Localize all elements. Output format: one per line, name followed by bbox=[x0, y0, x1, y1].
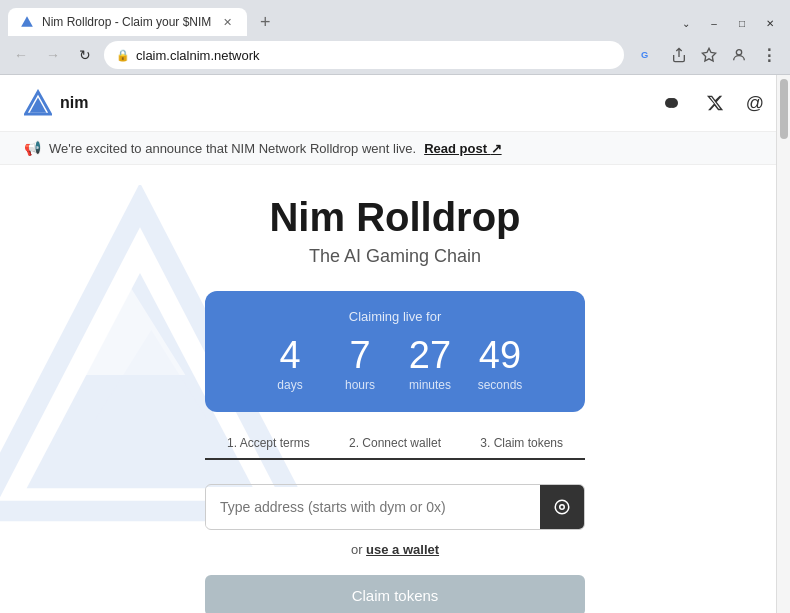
address-submit-button[interactable] bbox=[540, 485, 584, 529]
back-button[interactable]: ← bbox=[8, 42, 34, 68]
wallet-link-row: or use a wallet bbox=[20, 542, 770, 557]
countdown-box: Claiming live for 4 days 7 hours 27 minu bbox=[205, 291, 585, 412]
tab-favicon bbox=[20, 15, 34, 29]
svg-text:G: G bbox=[641, 50, 648, 60]
address-input[interactable] bbox=[206, 487, 540, 527]
active-tab[interactable]: Nim Rolldrop - Claim your $NIM ✕ bbox=[8, 8, 247, 36]
url-text: claim.clalnim.network bbox=[136, 48, 260, 63]
site-header-icons: @ bbox=[664, 92, 766, 114]
external-link-icon: ↗ bbox=[491, 141, 502, 156]
site-header: nim @ bbox=[0, 75, 790, 132]
use-wallet-link[interactable]: use a wallet bbox=[366, 542, 439, 557]
minutes-value: 27 bbox=[409, 336, 451, 374]
video-icon[interactable] bbox=[664, 92, 686, 114]
tab-title: Nim Rolldrop - Claim your $NIM bbox=[42, 15, 211, 29]
step-3[interactable]: 3. Claim tokens bbox=[458, 436, 585, 460]
tab-bar: Nim Rolldrop - Claim your $NIM ✕ + ⌄ – □… bbox=[0, 0, 790, 36]
step-1[interactable]: 1. Accept terms bbox=[205, 436, 332, 460]
svg-marker-0 bbox=[21, 16, 33, 27]
svg-point-3 bbox=[736, 50, 741, 55]
minimize-button[interactable]: ⌄ bbox=[674, 14, 698, 32]
steps-bar: 1. Accept terms 2. Connect wallet 3. Cla… bbox=[205, 436, 585, 460]
browser-content-wrapper: nim @ 📢 We're excited to announce that N… bbox=[0, 75, 790, 613]
page-title: Nim Rolldrop bbox=[20, 195, 770, 240]
days-value: 4 bbox=[279, 336, 300, 374]
share-icon[interactable] bbox=[666, 42, 692, 68]
hours-value: 7 bbox=[349, 336, 370, 374]
maximize-window-button[interactable]: □ bbox=[730, 14, 754, 32]
seconds-unit: seconds bbox=[478, 378, 523, 392]
lock-icon: 🔒 bbox=[116, 49, 130, 62]
page-subtitle: The AI Gaming Chain bbox=[20, 246, 770, 267]
at-icon[interactable]: @ bbox=[744, 92, 766, 114]
site-logo: nim bbox=[24, 89, 88, 117]
logo-icon bbox=[24, 89, 52, 117]
wallet-or-text: or bbox=[351, 542, 363, 557]
google-icon[interactable]: G bbox=[636, 42, 662, 68]
countdown-numbers: 4 days 7 hours 27 minutes 49 bbox=[235, 336, 555, 392]
new-tab-button[interactable]: + bbox=[251, 8, 279, 36]
browser-chrome: Nim Rolldrop - Claim your $NIM ✕ + ⌄ – □… bbox=[0, 0, 790, 75]
bookmark-star-icon[interactable] bbox=[696, 42, 722, 68]
svg-point-12 bbox=[555, 500, 569, 514]
announcement-text: We're excited to announce that NIM Netwo… bbox=[49, 141, 416, 156]
browser-menu-button[interactable]: ⋮ bbox=[756, 42, 782, 68]
address-bar[interactable]: 🔒 claim.clalnim.network bbox=[104, 41, 624, 69]
address-bar-row: ← → ↻ 🔒 claim.clalnim.network G ⋮ bbox=[0, 36, 790, 74]
minimize-window-button[interactable]: – bbox=[702, 14, 726, 32]
countdown-hours: 7 hours bbox=[335, 336, 385, 392]
logo-text: nim bbox=[60, 94, 88, 112]
announcement-icon: 📢 bbox=[24, 140, 41, 156]
forward-button[interactable]: → bbox=[40, 42, 66, 68]
countdown-seconds: 49 seconds bbox=[475, 336, 525, 392]
svg-marker-2 bbox=[702, 48, 715, 61]
announcement-bar: 📢 We're excited to announce that NIM Net… bbox=[0, 132, 790, 165]
browser-toolbar: G ⋮ bbox=[636, 42, 782, 68]
countdown-days: 4 days bbox=[265, 336, 315, 392]
days-unit: days bbox=[277, 378, 302, 392]
page-content: nim @ 📢 We're excited to announce that N… bbox=[0, 75, 790, 613]
profile-icon[interactable] bbox=[726, 42, 752, 68]
address-input-container bbox=[205, 484, 585, 530]
close-window-button[interactable]: ✕ bbox=[758, 14, 782, 32]
svg-point-13 bbox=[560, 505, 565, 510]
step-2[interactable]: 2. Connect wallet bbox=[332, 436, 459, 460]
refresh-button[interactable]: ↻ bbox=[72, 42, 98, 68]
content-center: Nim Rolldrop The AI Gaming Chain Claimin… bbox=[0, 165, 790, 613]
x-twitter-icon[interactable] bbox=[704, 92, 726, 114]
countdown-minutes: 27 minutes bbox=[405, 336, 455, 392]
claim-tokens-button[interactable]: Claim tokens bbox=[205, 575, 585, 613]
hours-unit: hours bbox=[345, 378, 375, 392]
minutes-unit: minutes bbox=[409, 378, 451, 392]
announcement-link[interactable]: Read post ↗ bbox=[424, 141, 501, 156]
tab-close-button[interactable]: ✕ bbox=[219, 14, 235, 30]
countdown-label: Claiming live for bbox=[235, 309, 555, 324]
main-content: Nim Rolldrop The AI Gaming Chain Claimin… bbox=[0, 165, 790, 613]
window-controls: ⌄ – □ ✕ bbox=[674, 14, 782, 36]
scroll-thumb[interactable] bbox=[780, 79, 788, 139]
svg-point-7 bbox=[668, 98, 678, 108]
seconds-value: 49 bbox=[479, 336, 521, 374]
